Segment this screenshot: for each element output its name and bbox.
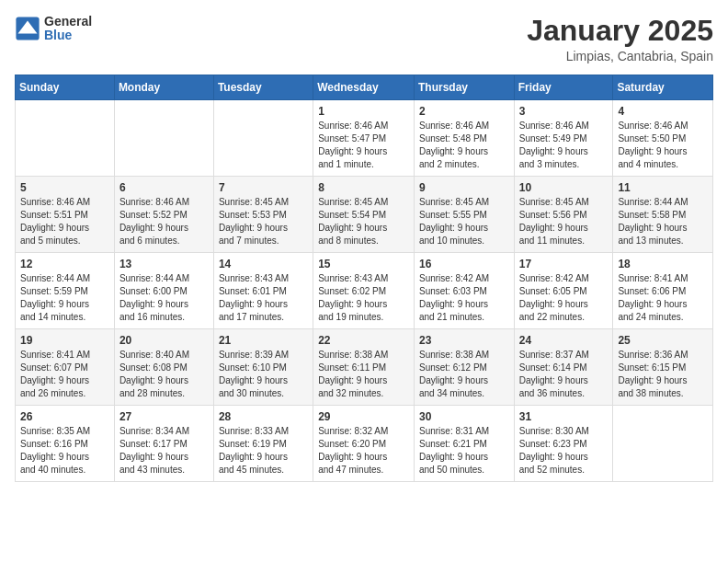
day-cell: 9Sunrise: 8:45 AM Sunset: 5:55 PM Daylig… bbox=[414, 177, 514, 253]
day-number: 28 bbox=[219, 410, 308, 423]
day-cell: 29Sunrise: 8:32 AM Sunset: 6:20 PM Dayli… bbox=[313, 406, 415, 482]
week-row-1: 1Sunrise: 8:46 AM Sunset: 5:47 PM Daylig… bbox=[16, 100, 713, 177]
logo-text-general: General bbox=[44, 15, 92, 29]
day-info: Sunrise: 8:45 AM Sunset: 5:53 PM Dayligh… bbox=[219, 196, 308, 247]
day-number: 13 bbox=[119, 258, 209, 270]
day-info: Sunrise: 8:32 AM Sunset: 6:20 PM Dayligh… bbox=[318, 425, 409, 477]
week-row-5: 26Sunrise: 8:35 AM Sunset: 6:16 PM Dayli… bbox=[16, 406, 713, 482]
day-number: 12 bbox=[20, 258, 109, 270]
day-info: Sunrise: 8:31 AM Sunset: 6:21 PM Dayligh… bbox=[419, 425, 509, 477]
day-number: 6 bbox=[119, 181, 209, 194]
day-cell: 16Sunrise: 8:42 AM Sunset: 6:03 PM Dayli… bbox=[414, 253, 514, 329]
day-number: 20 bbox=[119, 334, 209, 347]
calendar-table: SundayMondayTuesdayWednesdayThursdayFrid… bbox=[15, 75, 713, 482]
day-cell: 30Sunrise: 8:31 AM Sunset: 6:21 PM Dayli… bbox=[414, 406, 514, 482]
logo: General Blue bbox=[15, 15, 92, 43]
day-number: 18 bbox=[618, 258, 708, 270]
day-cell: 23Sunrise: 8:38 AM Sunset: 6:12 PM Dayli… bbox=[414, 329, 514, 406]
logo-icon bbox=[15, 16, 40, 41]
day-cell: 3Sunrise: 8:46 AM Sunset: 5:49 PM Daylig… bbox=[514, 100, 613, 177]
day-info: Sunrise: 8:46 AM Sunset: 5:49 PM Dayligh… bbox=[519, 120, 609, 171]
weekday-saturday: Saturday bbox=[613, 75, 713, 100]
day-cell: 28Sunrise: 8:33 AM Sunset: 6:19 PM Dayli… bbox=[213, 406, 313, 482]
day-cell: 15Sunrise: 8:43 AM Sunset: 6:02 PM Dayli… bbox=[313, 253, 415, 329]
day-number: 2 bbox=[419, 105, 509, 118]
day-number: 21 bbox=[219, 334, 308, 347]
day-info: Sunrise: 8:46 AM Sunset: 5:50 PM Dayligh… bbox=[618, 120, 708, 171]
day-number: 11 bbox=[618, 181, 708, 194]
day-cell: 26Sunrise: 8:35 AM Sunset: 6:16 PM Dayli… bbox=[16, 406, 115, 482]
weekday-sunday: Sunday bbox=[16, 75, 115, 100]
day-cell: 12Sunrise: 8:44 AM Sunset: 5:59 PM Dayli… bbox=[16, 253, 115, 329]
day-info: Sunrise: 8:40 AM Sunset: 6:08 PM Dayligh… bbox=[119, 349, 209, 400]
weekday-thursday: Thursday bbox=[414, 75, 514, 100]
day-number: 14 bbox=[219, 258, 308, 270]
day-cell: 24Sunrise: 8:37 AM Sunset: 6:14 PM Dayli… bbox=[514, 329, 613, 406]
day-cell: 17Sunrise: 8:42 AM Sunset: 6:05 PM Dayli… bbox=[514, 253, 613, 329]
day-info: Sunrise: 8:38 AM Sunset: 6:11 PM Dayligh… bbox=[318, 349, 409, 400]
day-info: Sunrise: 8:45 AM Sunset: 5:56 PM Dayligh… bbox=[519, 196, 609, 247]
day-cell: 11Sunrise: 8:44 AM Sunset: 5:58 PM Dayli… bbox=[613, 177, 713, 253]
day-cell: 19Sunrise: 8:41 AM Sunset: 6:07 PM Dayli… bbox=[16, 329, 115, 406]
day-number: 10 bbox=[519, 181, 609, 194]
day-info: Sunrise: 8:46 AM Sunset: 5:47 PM Dayligh… bbox=[318, 120, 409, 171]
day-number: 8 bbox=[318, 181, 409, 194]
day-cell: 31Sunrise: 8:30 AM Sunset: 6:23 PM Dayli… bbox=[514, 406, 613, 482]
day-info: Sunrise: 8:34 AM Sunset: 6:17 PM Dayligh… bbox=[119, 425, 209, 477]
day-number: 17 bbox=[519, 258, 609, 270]
day-number: 9 bbox=[419, 181, 509, 194]
weekday-header-row: SundayMondayTuesdayWednesdayThursdayFrid… bbox=[16, 75, 713, 100]
day-info: Sunrise: 8:38 AM Sunset: 6:12 PM Dayligh… bbox=[419, 349, 509, 400]
day-cell: 13Sunrise: 8:44 AM Sunset: 6:00 PM Dayli… bbox=[114, 253, 213, 329]
location-title: Limpias, Cantabria, Spain bbox=[527, 49, 713, 63]
day-cell bbox=[613, 406, 713, 482]
day-cell: 8Sunrise: 8:45 AM Sunset: 5:54 PM Daylig… bbox=[313, 177, 415, 253]
day-number: 30 bbox=[419, 410, 509, 423]
day-cell: 22Sunrise: 8:38 AM Sunset: 6:11 PM Dayli… bbox=[313, 329, 415, 406]
day-cell: 6Sunrise: 8:46 AM Sunset: 5:52 PM Daylig… bbox=[114, 177, 213, 253]
day-cell bbox=[213, 100, 313, 177]
day-info: Sunrise: 8:41 AM Sunset: 6:07 PM Dayligh… bbox=[20, 349, 109, 400]
logo-text-blue: Blue bbox=[44, 29, 92, 42]
week-row-4: 19Sunrise: 8:41 AM Sunset: 6:07 PM Dayli… bbox=[16, 329, 713, 406]
title-area: January 2025 Limpias, Cantabria, Spain bbox=[527, 15, 713, 63]
day-cell: 20Sunrise: 8:40 AM Sunset: 6:08 PM Dayli… bbox=[114, 329, 213, 406]
day-cell bbox=[16, 100, 115, 177]
calendar-body: 1Sunrise: 8:46 AM Sunset: 5:47 PM Daylig… bbox=[16, 100, 713, 482]
day-number: 27 bbox=[119, 410, 209, 423]
day-cell: 10Sunrise: 8:45 AM Sunset: 5:56 PM Dayli… bbox=[514, 177, 613, 253]
day-number: 7 bbox=[219, 181, 308, 194]
day-info: Sunrise: 8:43 AM Sunset: 6:01 PM Dayligh… bbox=[219, 272, 308, 324]
day-info: Sunrise: 8:33 AM Sunset: 6:19 PM Dayligh… bbox=[219, 425, 308, 477]
day-info: Sunrise: 8:43 AM Sunset: 6:02 PM Dayligh… bbox=[318, 272, 409, 324]
day-info: Sunrise: 8:46 AM Sunset: 5:51 PM Dayligh… bbox=[20, 196, 109, 247]
day-number: 23 bbox=[419, 334, 509, 347]
day-info: Sunrise: 8:35 AM Sunset: 6:16 PM Dayligh… bbox=[20, 425, 109, 477]
day-info: Sunrise: 8:39 AM Sunset: 6:10 PM Dayligh… bbox=[219, 349, 308, 400]
day-number: 25 bbox=[618, 334, 708, 347]
page-header: General Blue January 2025 Limpias, Canta… bbox=[15, 15, 713, 63]
day-number: 19 bbox=[20, 334, 109, 347]
day-cell: 1Sunrise: 8:46 AM Sunset: 5:47 PM Daylig… bbox=[313, 100, 415, 177]
day-number: 16 bbox=[419, 258, 509, 270]
day-number: 24 bbox=[519, 334, 609, 347]
weekday-tuesday: Tuesday bbox=[213, 75, 313, 100]
day-number: 3 bbox=[519, 105, 609, 118]
weekday-monday: Monday bbox=[114, 75, 213, 100]
month-title: January 2025 bbox=[527, 15, 713, 47]
day-cell: 7Sunrise: 8:45 AM Sunset: 5:53 PM Daylig… bbox=[213, 177, 313, 253]
week-row-2: 5Sunrise: 8:46 AM Sunset: 5:51 PM Daylig… bbox=[16, 177, 713, 253]
day-cell: 2Sunrise: 8:46 AM Sunset: 5:48 PM Daylig… bbox=[414, 100, 514, 177]
day-info: Sunrise: 8:37 AM Sunset: 6:14 PM Dayligh… bbox=[519, 349, 609, 400]
day-info: Sunrise: 8:46 AM Sunset: 5:52 PM Dayligh… bbox=[119, 196, 209, 247]
day-info: Sunrise: 8:41 AM Sunset: 6:06 PM Dayligh… bbox=[618, 272, 708, 324]
day-cell: 4Sunrise: 8:46 AM Sunset: 5:50 PM Daylig… bbox=[613, 100, 713, 177]
day-number: 4 bbox=[618, 105, 708, 118]
day-info: Sunrise: 8:46 AM Sunset: 5:48 PM Dayligh… bbox=[419, 120, 509, 171]
day-number: 5 bbox=[20, 181, 109, 194]
day-number: 31 bbox=[519, 410, 609, 423]
day-cell: 14Sunrise: 8:43 AM Sunset: 6:01 PM Dayli… bbox=[213, 253, 313, 329]
day-info: Sunrise: 8:45 AM Sunset: 5:54 PM Dayligh… bbox=[318, 196, 409, 247]
day-number: 15 bbox=[318, 258, 409, 270]
day-info: Sunrise: 8:45 AM Sunset: 5:55 PM Dayligh… bbox=[419, 196, 509, 247]
